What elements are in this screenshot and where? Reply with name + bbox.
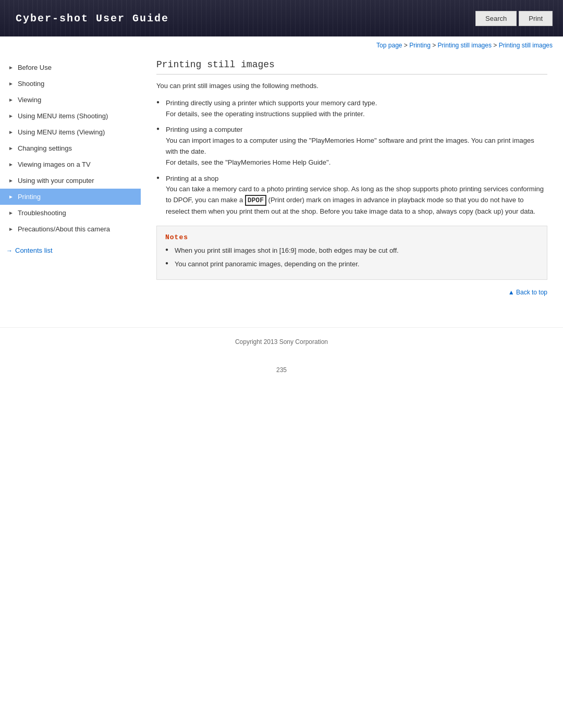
sidebar-item-before-use[interactable]: ► Before Use xyxy=(0,59,141,76)
page-header: Cyber-shot User Guide Search Print xyxy=(0,0,563,36)
header-buttons: Search Print xyxy=(475,11,563,26)
breadcrumb-printing-still-2[interactable]: Printing still images xyxy=(499,42,553,49)
app-title: Cyber-shot User Guide xyxy=(0,13,169,24)
chevron-right-icon: ► xyxy=(8,226,14,232)
sidebar-item-viewing[interactable]: ► Viewing xyxy=(0,92,141,108)
list-item: Printing directly using a printer which … xyxy=(156,98,547,120)
sidebar-item-shooting[interactable]: ► Shooting xyxy=(0,76,141,92)
method-1-sub: For details, see the operating instructi… xyxy=(166,109,547,120)
chevron-right-icon: ► xyxy=(8,210,14,216)
intro-text: You can print still images using the fol… xyxy=(156,81,547,92)
chevron-right-icon: ► xyxy=(8,113,14,119)
breadcrumb-printing-still-1[interactable]: Printing still images xyxy=(438,42,492,49)
notes-box: Notes When you print still images shot i… xyxy=(156,226,547,280)
method-3-heading: Printing at a shop xyxy=(166,175,218,182)
page-title: Printing still images xyxy=(156,59,547,75)
chevron-right-icon: ► xyxy=(8,65,14,70)
breadcrumb-printing[interactable]: Printing xyxy=(409,42,431,49)
method-2-heading: Printing using a computer xyxy=(166,126,242,133)
methods-list: Printing directly using a printer which … xyxy=(156,98,547,217)
method-3-sub: You can take a memory card to a photo pr… xyxy=(166,184,547,217)
notes-list: When you print still images shot in [16:… xyxy=(165,245,538,270)
chevron-right-icon: ► xyxy=(8,129,14,135)
chevron-right-icon: ► xyxy=(8,162,14,167)
sidebar-item-changing-settings[interactable]: ► Changing settings xyxy=(0,140,141,156)
chevron-right-icon: ► xyxy=(8,178,14,183)
list-item: Printing at a shop You can take a memory… xyxy=(156,174,547,217)
sidebar: ► Before Use ► Shooting ► Viewing ► Usin… xyxy=(0,54,141,306)
list-item: You cannot print panoramic images, depen… xyxy=(165,259,538,270)
page-number: 235 xyxy=(0,356,563,384)
breadcrumb-top-page[interactable]: Top page xyxy=(376,42,402,49)
notes-title: Notes xyxy=(165,233,538,241)
arrow-right-icon: → xyxy=(6,247,13,254)
contents-list-link[interactable]: → Contents list xyxy=(0,241,141,260)
breadcrumb: Top page > Printing > Printing still ima… xyxy=(0,36,563,54)
sidebar-item-precautions[interactable]: ► Precautions/About this camera xyxy=(0,221,141,237)
sidebar-item-troubleshooting[interactable]: ► Troubleshooting xyxy=(0,205,141,221)
method-2-sub: You can import images to a computer usin… xyxy=(166,135,547,168)
list-item: Printing using a computer You can import… xyxy=(156,125,547,168)
main-layout: ► Before Use ► Shooting ► Viewing ► Usin… xyxy=(0,54,563,317)
main-content: Printing still images You can print stil… xyxy=(141,54,563,306)
dpof-mark: DPOF xyxy=(245,195,266,206)
back-to-top-link[interactable]: ▲ Back to top xyxy=(508,289,547,296)
chevron-right-icon: ► xyxy=(8,194,14,200)
back-to-top: ▲ Back to top xyxy=(156,288,547,296)
sidebar-item-menu-shooting[interactable]: ► Using MENU items (Shooting) xyxy=(0,108,141,124)
sidebar-item-using-computer[interactable]: ► Using with your computer xyxy=(0,172,141,189)
sidebar-item-viewing-tv[interactable]: ► Viewing images on a TV xyxy=(0,156,141,172)
footer: Copyright 2013 Sony Corporation xyxy=(0,327,563,356)
copyright-text: Copyright 2013 Sony Corporation xyxy=(235,338,328,346)
method-1-heading: Printing directly using a printer which … xyxy=(166,99,377,107)
sidebar-item-menu-viewing[interactable]: ► Using MENU items (Viewing) xyxy=(0,124,141,140)
search-button[interactable]: Search xyxy=(475,11,517,26)
list-item: When you print still images shot in [16:… xyxy=(165,245,538,256)
chevron-right-icon: ► xyxy=(8,145,14,151)
print-button[interactable]: Print xyxy=(519,11,553,26)
chevron-right-icon: ► xyxy=(8,81,14,87)
chevron-right-icon: ► xyxy=(8,97,14,103)
sidebar-item-printing[interactable]: ► Printing xyxy=(0,189,141,205)
